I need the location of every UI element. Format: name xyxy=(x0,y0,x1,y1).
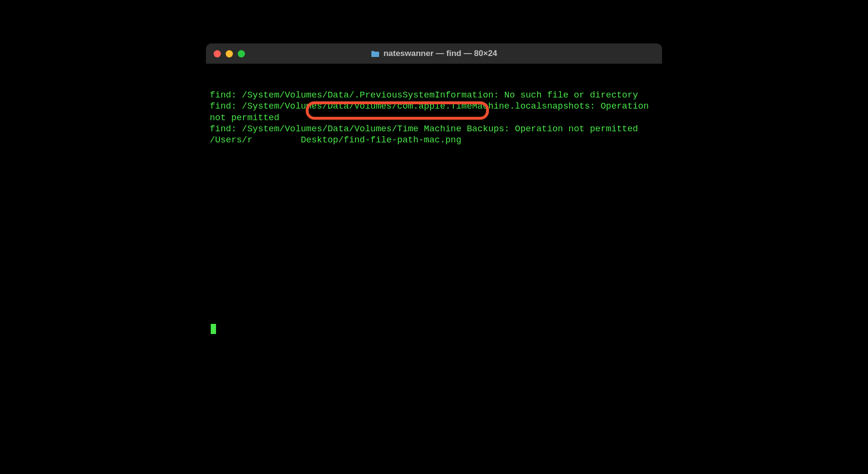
terminal-body[interactable]: find: /System/Volumes/Data/.PreviousSyst… xyxy=(206,64,662,341)
close-button[interactable] xyxy=(214,50,221,57)
folder-icon xyxy=(371,50,380,57)
terminal-output-line: find: /System/Volumes/Data/Volumes/Time … xyxy=(210,124,658,135)
terminal-window: nateswanner — find — 80×24 find: /System… xyxy=(206,43,662,341)
terminal-cursor xyxy=(211,324,216,334)
terminal-output-line: find: /System/Volumes/Data/.PreviousSyst… xyxy=(210,90,658,101)
title-bar: nateswanner — find — 80×24 xyxy=(206,43,662,64)
window-title-container: nateswanner — find — 80×24 xyxy=(371,49,497,58)
window-title: nateswanner — find — 80×24 xyxy=(383,49,497,58)
traffic-lights xyxy=(214,50,245,57)
terminal-output-line: find: /System/Volumes/Data/Volumes/com.a… xyxy=(210,101,658,123)
maximize-button[interactable] xyxy=(238,50,245,57)
terminal-output-line: /Users/r xyxy=(210,135,301,145)
terminal-output-highlight: Desktop/find-file-path-mac.png xyxy=(301,135,461,145)
minimize-button[interactable] xyxy=(226,50,233,57)
